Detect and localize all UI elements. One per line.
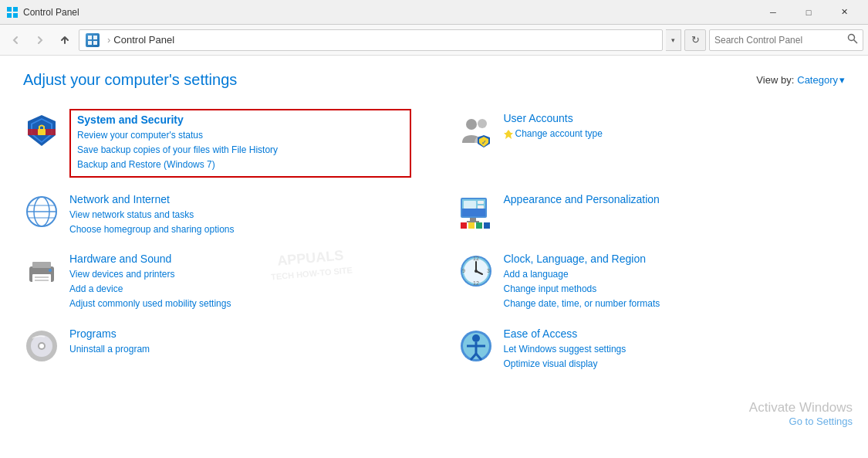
search-icon-button[interactable] <box>847 33 858 46</box>
svg-rect-3 <box>13 13 18 18</box>
hardware-link-3[interactable]: Adjust commonly used mobility settings <box>69 297 411 311</box>
svg-point-15 <box>466 119 477 130</box>
address-separator: › <box>107 34 110 46</box>
svg-rect-31 <box>464 201 476 209</box>
window-controls: ─ □ ✕ <box>755 0 862 25</box>
hardware-link-1[interactable]: View devices and printers <box>69 267 411 282</box>
svg-point-60 <box>472 334 480 342</box>
address-bar: › Control Panel ▾ ↻ <box>0 25 868 56</box>
programs-icon <box>23 327 60 365</box>
view-by-label: View by: <box>756 74 794 86</box>
svg-rect-37 <box>484 222 490 229</box>
svg-rect-40 <box>32 274 51 283</box>
minimize-button[interactable]: ─ <box>755 0 791 25</box>
ease-link-1[interactable]: Let Windows suggest settings <box>504 342 846 357</box>
address-text: Control Panel <box>113 34 174 46</box>
ease-content: Ease of Access Let Windows suggest setti… <box>504 327 846 371</box>
clock-link-3[interactable]: Change date, time, or number formats <box>504 297 846 311</box>
svg-point-43 <box>49 269 52 272</box>
programs-content: Programs Uninstall a program <box>69 327 411 357</box>
clock-link-2[interactable]: Change input methods <box>504 282 846 297</box>
view-by-value[interactable]: Category ▾ <box>797 74 845 86</box>
appearance-title[interactable]: Appearance and Personalization <box>504 193 846 205</box>
refresh-button[interactable]: ↻ <box>684 29 706 51</box>
svg-point-57 <box>39 344 44 348</box>
category-item-appearance: Appearance and Personalization <box>458 188 846 242</box>
address-dropdown[interactable]: ▾ <box>666 29 681 51</box>
main-content: Adjust your computer's settings View by:… <box>0 56 868 458</box>
system-security-link-3[interactable]: Backup and Restore (Windows 7) <box>77 158 404 172</box>
system-security-icon <box>23 112 60 149</box>
forward-button[interactable] <box>29 29 51 51</box>
category-item-programs: Programs Uninstall a program <box>23 323 411 376</box>
svg-rect-28 <box>462 209 485 216</box>
programs-link-1[interactable]: Uninstall a program <box>69 342 411 357</box>
svg-rect-39 <box>32 262 51 268</box>
system-security-link-2[interactable]: Save backup copies of your files with Fi… <box>77 143 404 158</box>
hardware-link-2[interactable]: Add a device <box>69 282 411 297</box>
network-icon <box>23 193 60 230</box>
category-item-clock: 12 12 3 9 Clock, Language, and Region Ad… <box>458 248 846 317</box>
hardware-content: Hardware and Sound View devices and prin… <box>69 253 411 312</box>
svg-rect-41 <box>35 276 49 278</box>
category-item-network: Network and Internet View network status… <box>23 188 411 242</box>
page-title: Adjust your computer's settings <box>23 71 237 89</box>
clock-link-1[interactable]: Add a language <box>504 267 846 282</box>
back-button[interactable] <box>5 29 26 51</box>
svg-rect-35 <box>468 222 475 229</box>
search-box[interactable] <box>709 29 863 51</box>
svg-text:12: 12 <box>473 280 479 286</box>
user-accounts-title[interactable]: User Accounts <box>504 112 846 124</box>
search-input[interactable] <box>714 35 847 46</box>
activate-title: Activate Windows <box>749 400 853 416</box>
svg-rect-1 <box>13 7 18 12</box>
svg-rect-2 <box>7 13 12 18</box>
maximize-button[interactable]: □ <box>791 0 826 25</box>
category-item-hardware: Hardware and Sound View devices and prin… <box>23 248 411 317</box>
user-accounts-link-1[interactable]: Change account type <box>504 127 846 141</box>
svg-rect-14 <box>38 129 46 135</box>
svg-rect-32 <box>470 218 476 221</box>
page-header: Adjust your computer's settings View by:… <box>23 71 845 89</box>
up-button[interactable] <box>54 29 76 51</box>
window-icon <box>6 6 19 19</box>
system-security-title[interactable]: System and Security <box>77 114 404 126</box>
appearance-icon <box>458 193 495 230</box>
svg-text:12: 12 <box>473 256 479 261</box>
svg-rect-29 <box>478 201 484 204</box>
svg-marker-20 <box>504 130 513 139</box>
activate-subtitle: Go to Settings <box>749 416 853 427</box>
svg-rect-30 <box>478 205 484 209</box>
appearance-content: Appearance and Personalization <box>504 193 846 208</box>
svg-rect-36 <box>476 222 482 229</box>
address-cp-icon <box>86 33 100 47</box>
hardware-title[interactable]: Hardware and Sound <box>69 253 411 265</box>
svg-rect-5 <box>93 36 97 39</box>
hardware-icon <box>23 253 60 290</box>
user-accounts-content: User Accounts Change account type <box>504 112 846 141</box>
svg-rect-4 <box>88 36 92 39</box>
ease-icon <box>458 327 495 365</box>
category-item-system-security: System and Security Review your computer… <box>23 107 411 182</box>
svg-rect-34 <box>461 222 467 229</box>
address-field[interactable]: › Control Panel <box>79 29 663 51</box>
system-security-link-1[interactable]: Review your computer's status <box>77 128 404 143</box>
ease-link-2[interactable]: Optimize visual display <box>504 357 846 371</box>
network-content: Network and Internet View network status… <box>69 193 411 237</box>
svg-rect-42 <box>35 280 49 281</box>
svg-point-49 <box>475 270 478 273</box>
network-link-1[interactable]: View network status and tasks <box>69 208 411 222</box>
category-item-user-accounts: ✓ User Accounts Change account type <box>458 107 846 182</box>
svg-text:9: 9 <box>462 268 465 273</box>
svg-line-9 <box>854 40 858 44</box>
programs-title[interactable]: Programs <box>69 327 411 340</box>
network-title[interactable]: Network and Internet <box>69 193 411 205</box>
close-button[interactable]: ✕ <box>826 0 862 25</box>
ease-title[interactable]: Ease of Access <box>504 327 846 340</box>
view-by-control: View by: Category ▾ <box>756 74 845 86</box>
svg-point-8 <box>849 35 855 41</box>
svg-rect-33 <box>467 221 479 222</box>
network-link-2[interactable]: Choose homegroup and sharing options <box>69 222 411 237</box>
svg-point-16 <box>478 119 487 128</box>
clock-title[interactable]: Clock, Language, and Region <box>504 253 846 265</box>
